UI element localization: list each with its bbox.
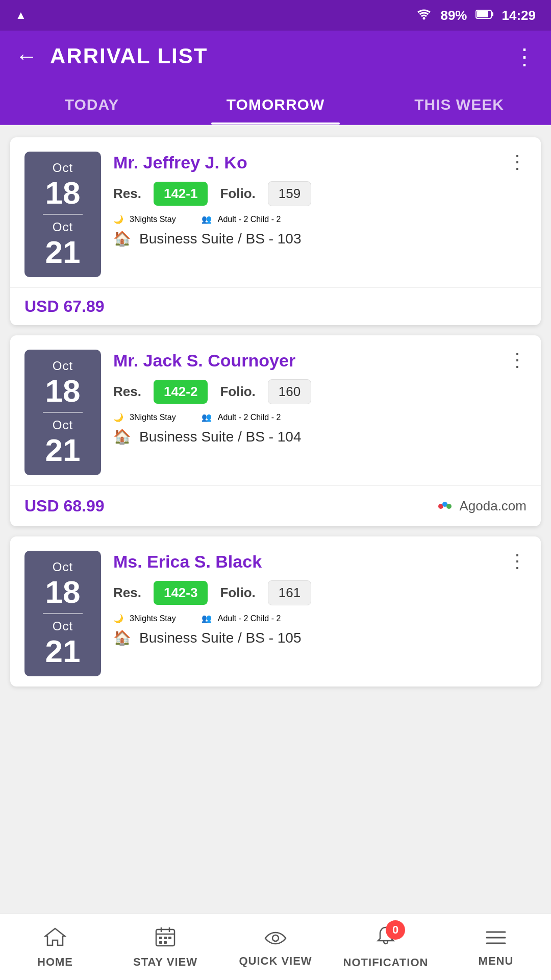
res-label-2: Res. <box>113 384 141 400</box>
res-label-1: Res. <box>113 186 141 202</box>
checkin-day-3: 18 <box>45 576 81 608</box>
room-icon-2: 🏠 <box>113 428 131 445</box>
folio-label-2: Folio. <box>220 384 255 400</box>
arrival-card-2: Oct 18 Oct 21 Mr. Jack S. Cournoyer ⋮ Re… <box>10 335 541 526</box>
guest-name-3: Ms. Erica S. Black <box>113 552 262 572</box>
guests-1: Adult - 2 Child - 2 <box>218 215 281 224</box>
notification-badge: 0 <box>386 920 405 940</box>
checkin-day-2: 18 <box>45 375 81 407</box>
nav-menu[interactable]: MENU <box>441 914 551 980</box>
battery-percentage: 89% <box>440 8 467 23</box>
card-menu-button-3[interactable]: ⋮ <box>508 551 527 572</box>
status-bar: ▲ 89% 14:29 <box>0 0 551 31</box>
signal-icon: ▲ <box>15 9 27 22</box>
status-right: 89% 14:29 <box>416 7 536 24</box>
tab-bar: TODAY TOMORROW THIS WEEK <box>0 82 551 125</box>
nights-2: 3Nights Stay <box>130 413 176 422</box>
nights-3: 3Nights Stay <box>130 614 176 623</box>
checkin-month-2: Oct <box>53 359 73 373</box>
wifi-icon <box>416 7 432 24</box>
checkin-month-3: Oct <box>53 560 73 574</box>
battery-icon <box>475 8 494 23</box>
quickview-label: QUICK VIEW <box>239 954 312 968</box>
date-badge-3: Oct 18 Oct 21 <box>24 551 101 676</box>
nav-home[interactable]: HOME <box>0 914 110 980</box>
folio-number-2: 160 <box>268 379 311 404</box>
time-display: 14:29 <box>502 8 536 23</box>
card-footer-2: USD 68.99 Agoda.com <box>10 485 541 526</box>
checkout-month-1: Oct <box>53 220 73 234</box>
res-number-2: 142-2 <box>154 380 208 404</box>
source-2: Agoda.com <box>436 495 527 517</box>
tab-thisweek[interactable]: THIS WEEK <box>367 82 551 125</box>
folio-label-1: Folio. <box>220 186 255 202</box>
svg-rect-2 <box>477 11 488 17</box>
price-2: USD 68.99 <box>24 497 105 516</box>
eye-icon <box>264 927 287 951</box>
date-badge-1: Oct 18 Oct 21 <box>24 152 101 277</box>
svg-point-16 <box>272 935 279 941</box>
checkout-month-3: Oct <box>53 619 73 633</box>
menu-label: MENU <box>479 954 514 968</box>
nav-quickview[interactable]: QUICK VIEW <box>220 914 331 980</box>
guests-icon-3: 👥 <box>202 614 212 623</box>
nights-1: 3Nights Stay <box>130 215 176 224</box>
res-number-3: 142-3 <box>154 581 208 605</box>
folio-label-3: Folio. <box>220 585 255 601</box>
folio-number-1: 159 <box>268 181 311 206</box>
bottom-navigation: HOME STAY VIEW QUICK VIEW <box>0 914 551 980</box>
card-menu-button-1[interactable]: ⋮ <box>508 152 527 173</box>
moon-icon-2: 🌙 <box>113 412 123 422</box>
svg-rect-3 <box>491 12 493 16</box>
checkin-month-1: Oct <box>53 161 73 175</box>
svg-point-6 <box>446 504 452 509</box>
checkin-day-1: 18 <box>45 177 81 209</box>
agoda-label: Agoda.com <box>459 498 527 514</box>
card-menu-button-2[interactable]: ⋮ <box>508 350 527 371</box>
folio-number-3: 161 <box>268 580 311 605</box>
tab-today[interactable]: TODAY <box>0 82 184 125</box>
room-2: Business Suite / BS - 104 <box>139 429 302 445</box>
guests-icon-1: 👥 <box>202 214 212 224</box>
card-info-2: Mr. Jack S. Cournoyer ⋮ Res. 142-2 Folio… <box>113 350 527 451</box>
date-divider-3 <box>43 613 83 614</box>
stayview-label: STAY VIEW <box>133 955 197 969</box>
header: ← ARRIVAL LIST ⋮ <box>0 31 551 82</box>
back-button[interactable]: ← <box>15 43 38 69</box>
page-title: ARRIVAL LIST <box>50 44 513 68</box>
room-icon-3: 🏠 <box>113 629 131 646</box>
arrival-card-1: Oct 18 Oct 21 Mr. Jeffrey J. Ko ⋮ Res. 1… <box>10 137 541 325</box>
home-label: HOME <box>37 955 73 969</box>
checkout-month-2: Oct <box>53 418 73 432</box>
card-info-3: Ms. Erica S. Black ⋮ Res. 142-3 Folio. 1… <box>113 551 527 652</box>
svg-rect-13 <box>168 937 171 939</box>
arrival-list: Oct 18 Oct 21 Mr. Jeffrey J. Ko ⋮ Res. 1… <box>0 125 551 768</box>
room-icon-1: 🏠 <box>113 230 131 247</box>
res-number-1: 142-1 <box>154 182 208 206</box>
nav-notification[interactable]: 0 NOTIFICATION <box>331 914 441 980</box>
arrival-card-3: Oct 18 Oct 21 Ms. Erica S. Black ⋮ Res. … <box>10 536 541 687</box>
svg-rect-14 <box>159 941 162 944</box>
date-divider-2 <box>43 412 83 413</box>
more-options-button[interactable]: ⋮ <box>513 43 536 69</box>
tab-tomorrow[interactable]: TOMORROW <box>184 82 367 125</box>
svg-rect-15 <box>164 941 167 944</box>
moon-icon-3: 🌙 <box>113 614 123 623</box>
moon-icon-1: 🌙 <box>113 214 123 224</box>
guests-2: Adult - 2 Child - 2 <box>218 413 281 422</box>
checkout-day-2: 21 <box>45 434 81 466</box>
agoda-icon <box>436 495 454 517</box>
nav-stayview[interactable]: STAY VIEW <box>110 914 220 980</box>
svg-rect-12 <box>164 937 167 939</box>
calendar-icon <box>155 926 176 952</box>
checkout-day-1: 21 <box>45 236 81 268</box>
card-info-1: Mr. Jeffrey J. Ko ⋮ Res. 142-1 Folio. 15… <box>113 152 527 253</box>
room-1: Business Suite / BS - 103 <box>139 231 302 247</box>
date-divider-1 <box>43 214 83 215</box>
guest-name-2: Mr. Jack S. Cournoyer <box>113 351 295 371</box>
price-1: USD 67.89 <box>24 297 105 316</box>
card-footer-1: USD 67.89 <box>10 287 541 325</box>
svg-rect-11 <box>159 937 162 939</box>
guests-3: Adult - 2 Child - 2 <box>218 614 281 623</box>
room-3: Business Suite / BS - 105 <box>139 630 302 646</box>
